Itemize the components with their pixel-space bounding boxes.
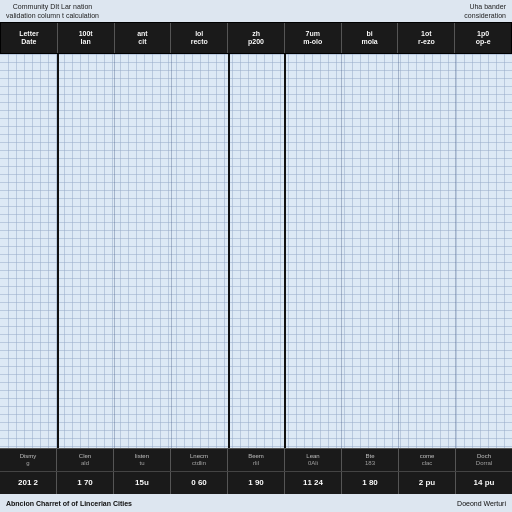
bold-column-separator (57, 54, 59, 448)
vertical-grid-line (40, 54, 41, 448)
vertical-grid-line (192, 54, 193, 448)
column-separator (341, 54, 342, 448)
vertical-grid-line (184, 54, 185, 448)
col-header-6: bimola (342, 23, 399, 53)
grid-area (0, 54, 512, 448)
vertical-grid-line (8, 54, 9, 448)
col-header-7: 1otr-ezo (398, 23, 455, 53)
bottom-value-cell-1: 1 70 (57, 472, 114, 494)
bottom-label-cell-8: DochDorral (456, 449, 512, 471)
bottom-label-cell-3: Lnecmctdlin (171, 449, 228, 471)
col-header-3: lolrecto (171, 23, 228, 53)
vertical-grid-line (32, 54, 33, 448)
bottom-value-cell-2: 15u (114, 472, 171, 494)
vertical-grid-line (256, 54, 257, 448)
vertical-grid-line (288, 54, 289, 448)
vertical-grid-line (176, 54, 177, 448)
bottom-value-cell-5: 11 24 (285, 472, 342, 494)
vertical-grid-line (480, 54, 481, 448)
vertical-grid-line (344, 54, 345, 448)
page-wrapper: Community DIt Lar nation validation colu… (0, 0, 512, 512)
col-header-0: LetterDate (1, 23, 58, 53)
vertical-grid-line (144, 54, 145, 448)
vertical-grid-line (160, 54, 161, 448)
vertical-grid-line (168, 54, 169, 448)
vertical-grid-line (472, 54, 473, 448)
vertical-grid-line (272, 54, 273, 448)
col-header-5: 7umm-olo (285, 23, 342, 53)
vertical-grid-line (64, 54, 65, 448)
vertical-grid-line (200, 54, 201, 448)
vertical-grid-line (384, 54, 385, 448)
footer: Abncion Charret of of Lincerian Cities D… (0, 494, 512, 512)
vertical-grid-line (360, 54, 361, 448)
col-header-1: 100tlan (58, 23, 115, 53)
vertical-grid-line (120, 54, 121, 448)
bottom-label-cell-4: Beemrlil (228, 449, 285, 471)
vertical-grid-line (232, 54, 233, 448)
vertical-grid-line (136, 54, 137, 448)
vertical-grid-line (88, 54, 89, 448)
vertical-grid-line (336, 54, 337, 448)
vertical-grid-line (296, 54, 297, 448)
col-header-8: 1p0op-e (455, 23, 511, 53)
bold-column-separator (228, 54, 230, 448)
vertical-grid-line (464, 54, 465, 448)
bottom-value-cell-6: 1 80 (342, 472, 399, 494)
header-left: Community DIt Lar nation validation colu… (6, 2, 99, 20)
column-separator (284, 54, 286, 448)
vertical-grid-line (264, 54, 265, 448)
vertical-grid-line (208, 54, 209, 448)
vertical-grid-line (496, 54, 497, 448)
vertical-grid-line (224, 54, 225, 448)
bottom-label-cell-7: comeclac (399, 449, 456, 471)
column-headers: LetterDate100tlanantcitlolrectozhp2007um… (0, 22, 512, 54)
top-header: Community DIt Lar nation validation colu… (0, 0, 512, 22)
vertical-grid-line (48, 54, 49, 448)
vertical-grid-line (488, 54, 489, 448)
vertical-grid-line (128, 54, 129, 448)
bottom-value-cell-4: 1 90 (228, 472, 285, 494)
vertical-grid-line (448, 54, 449, 448)
vertical-grid-line (80, 54, 81, 448)
bottom-value-cell-3: 0 60 (171, 472, 228, 494)
bottom-label-cell-6: Bte183 (342, 449, 399, 471)
vertical-grid-line (72, 54, 73, 448)
bottom-value-cell-8: 14 pu (456, 472, 512, 494)
bottom-label-cell-1: Clenald (57, 449, 114, 471)
vertical-grid-line (408, 54, 409, 448)
bottom-table: DismygClenaldlistentuLnecmctdlinBeemrlil… (0, 448, 512, 494)
column-separator (171, 54, 172, 448)
vertical-grid-line (400, 54, 401, 448)
footer-left: Abncion Charret of of Lincerian Cities (6, 500, 132, 507)
vertical-grid-line (432, 54, 433, 448)
column-separator (114, 54, 115, 448)
vertical-grid-line (96, 54, 97, 448)
vertical-grid-line (328, 54, 329, 448)
col-header-2: antcit (115, 23, 172, 53)
vertical-grid-line (352, 54, 353, 448)
vertical-grid-line (216, 54, 217, 448)
vertical-grid-line (424, 54, 425, 448)
vertical-grid-line (112, 54, 113, 448)
vertical-grid-line (368, 54, 369, 448)
vertical-grid-line (104, 54, 105, 448)
vertical-grid-line (504, 54, 505, 448)
vertical-grid-line (456, 54, 457, 448)
column-separator (455, 54, 456, 448)
vertical-grid-line (440, 54, 441, 448)
vertical-grid-line (280, 54, 281, 448)
column-separator (398, 54, 399, 448)
vertical-grid-line (320, 54, 321, 448)
vertical-grid-line (416, 54, 417, 448)
vertical-grid-line (312, 54, 313, 448)
vertical-grid-line (16, 54, 17, 448)
vertical-grid-line (248, 54, 249, 448)
bottom-value-cell-0: 201 2 (0, 472, 57, 494)
header-right: Uha bander consideration (464, 2, 506, 20)
vertical-grid-line (392, 54, 393, 448)
bottom-label-cell-2: listentu (114, 449, 171, 471)
vertical-grid-line (24, 54, 25, 448)
vertical-grid-line (152, 54, 153, 448)
vertical-grid-line (376, 54, 377, 448)
